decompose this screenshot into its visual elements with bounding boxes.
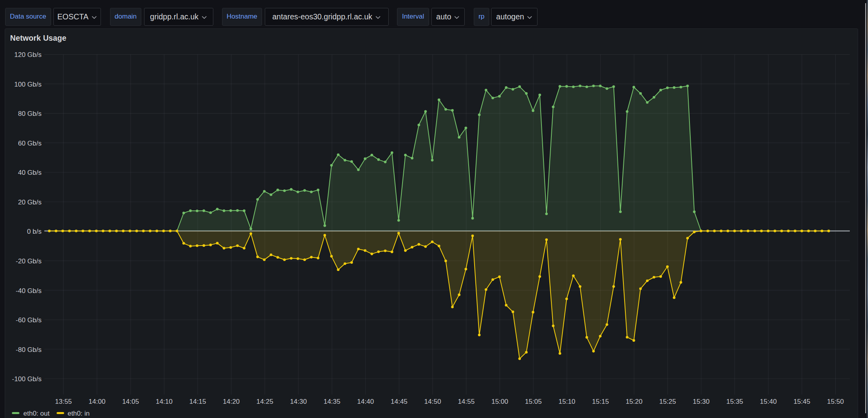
svg-text:100 Gb/s: 100 Gb/s — [14, 81, 42, 88]
svg-text:15:05: 15:05 — [525, 398, 542, 405]
svg-text:15:30: 15:30 — [693, 398, 710, 405]
svg-text:15:50: 15:50 — [827, 398, 844, 405]
svg-text:14:40: 14:40 — [357, 398, 374, 405]
svg-text:14:45: 14:45 — [391, 398, 408, 405]
svg-text:14:55: 14:55 — [458, 398, 475, 405]
svg-text:-80 Gb/s: -80 Gb/s — [16, 346, 42, 354]
svg-text:15:25: 15:25 — [659, 398, 676, 405]
svg-text:14:15: 14:15 — [189, 398, 206, 405]
svg-text:60 Gb/s: 60 Gb/s — [18, 140, 42, 147]
svg-text:14:35: 14:35 — [323, 398, 340, 405]
svg-text:-20 Gb/s: -20 Gb/s — [16, 257, 42, 265]
svg-text:14:20: 14:20 — [223, 398, 240, 405]
svg-text:-40 Gb/s: -40 Gb/s — [16, 287, 42, 295]
svg-text:80 Gb/s: 80 Gb/s — [18, 110, 42, 117]
svg-text:14:50: 14:50 — [424, 398, 441, 405]
svg-text:20 Gb/s: 20 Gb/s — [18, 199, 42, 206]
svg-text:14:05: 14:05 — [122, 398, 139, 405]
svg-text:15:10: 15:10 — [558, 398, 576, 405]
svg-text:15:00: 15:00 — [491, 398, 508, 405]
svg-text:120 Gb/s: 120 Gb/s — [14, 51, 42, 59]
svg-text:14:10: 14:10 — [156, 398, 173, 405]
svg-text:14:25: 14:25 — [256, 398, 274, 405]
svg-text:15:20: 15:20 — [626, 398, 643, 405]
svg-text:0 b/s: 0 b/s — [27, 228, 42, 235]
svg-text:40 Gb/s: 40 Gb/s — [18, 169, 42, 176]
svg-text:15:45: 15:45 — [794, 398, 811, 405]
svg-text:-60 Gb/s: -60 Gb/s — [16, 316, 42, 324]
svg-text:-100 Gb/s: -100 Gb/s — [12, 375, 42, 383]
svg-text:15:40: 15:40 — [760, 398, 777, 405]
svg-text:14:00: 14:00 — [89, 398, 106, 405]
svg-text:14:30: 14:30 — [290, 398, 307, 405]
svg-text:13:55: 13:55 — [55, 398, 72, 405]
svg-text:15:35: 15:35 — [726, 398, 743, 405]
svg-text:15:15: 15:15 — [592, 398, 609, 405]
